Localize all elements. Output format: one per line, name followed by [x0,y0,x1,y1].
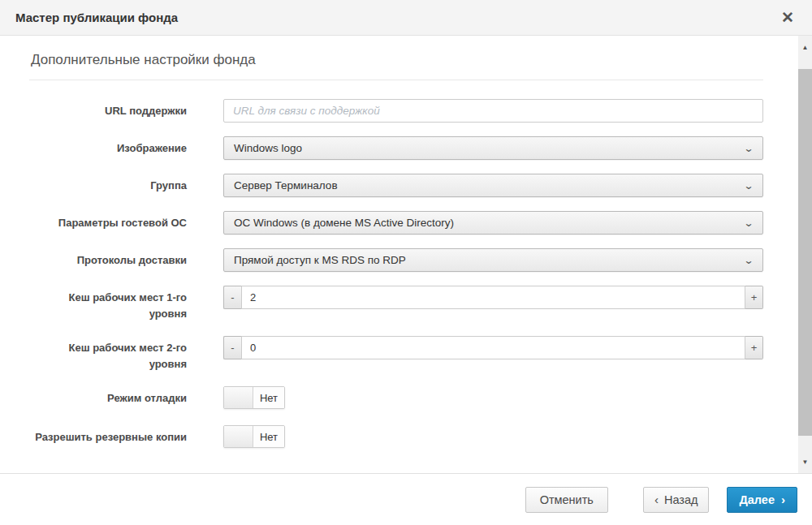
form-row-cache-level1: Кеш рабочих мест 1-го уровня - + [29,286,763,322]
cancel-button-label: Отменить [540,493,594,506]
group-select[interactable]: Сервер Терминалов ⌄ [223,174,763,197]
field-label: Изображение [29,136,187,157]
cache-level1-input[interactable] [241,286,745,309]
field-label: Режим отладки [29,386,187,407]
field-label: URL поддержки [29,99,187,119]
form-row-debug-mode: Режим отладки Нет [29,386,763,411]
image-select[interactable]: Windows logo ⌄ [223,136,763,160]
close-icon[interactable]: ✕ [778,8,797,27]
select-value: Windows logo [234,142,302,154]
field-label: Группа [29,174,187,194]
modal-header: Мастер публикации фонда ✕ [0,0,812,36]
chevron-down-icon: ⌄ [743,256,754,265]
increment-button[interactable]: + [745,286,763,309]
settings-form: URL поддержки Изображение Windows logo ⌄ [29,99,763,450]
decrement-button[interactable]: - [223,336,241,359]
field-label: Кеш рабочих мест 1-го уровня [29,286,187,322]
select-value: Сервер Терминалов [234,179,338,191]
chevron-down-icon: ⌄ [743,181,754,191]
field-label: Разрешить резервные копии [29,425,187,445]
cache-level1-stepper: - + [223,286,763,309]
guest-os-select[interactable]: ОС Windows (в домене MS Active Directory… [223,211,763,235]
increment-button[interactable]: + [745,336,763,359]
form-row-guest-os: Параметры гостевой ОС ОС Windows (в доме… [29,211,763,235]
wizard-modal: Мастер публикации фонда ✕ Дополнительные… [0,0,812,525]
toggle-knob [224,387,253,408]
scrollbar-thumb[interactable] [798,69,812,436]
form-row-cache-level2: Кеш рабочих мест 2-го уровня - + [29,336,763,372]
chevron-down-icon: ⌄ [743,218,754,228]
support-url-input[interactable] [223,99,763,123]
form-row-image: Изображение Windows logo ⌄ [29,136,763,160]
toggle-state-label: Нет [253,426,284,447]
scroll-down-icon[interactable]: ▼ [798,454,812,470]
back-button-label: Назад [664,493,698,506]
back-arrow-icon: ‹ [654,493,659,506]
section-title: Дополнительные настройки фонда [29,49,763,80]
form-row-delivery-protocols: Протоколы доставки Прямой доступ к MS RD… [29,248,763,272]
cache-level2-input[interactable] [241,336,745,359]
chevron-down-icon: ⌄ [743,144,754,153]
select-value: Прямой доступ к MS RDS по RDP [234,254,406,266]
form-row-group: Группа Сервер Терминалов ⌄ [29,174,763,197]
allow-backups-toggle[interactable]: Нет [223,425,285,448]
field-label: Параметры гостевой ОС [29,211,187,231]
form-row-support-url: URL поддержки [29,99,763,123]
decrement-button[interactable]: - [223,286,241,309]
next-button[interactable]: Далее › [727,487,797,513]
next-arrow-icon: › [781,493,785,506]
scroll-up-icon[interactable]: ▲ [798,39,812,55]
modal-body-wrap: Дополнительные настройки фонда URL подде… [0,36,812,474]
vertical-scrollbar[interactable]: ▲ ▼ [798,36,812,473]
field-label: Протоколы доставки [29,248,187,269]
modal-footer: Отменить ‹ Назад Далее › [0,474,812,525]
modal-body: Дополнительные настройки фонда URL подде… [0,36,798,473]
cancel-button[interactable]: Отменить [525,487,608,513]
next-button-label: Далее [739,493,775,506]
toggle-state-label: Нет [253,387,284,408]
cache-level2-stepper: - + [223,336,763,359]
modal-title: Мастер публикации фонда [15,11,178,24]
select-value: ОС Windows (в домене MS Active Directory… [234,217,454,229]
toggle-knob [224,426,253,447]
delivery-protocols-select[interactable]: Прямой доступ к MS RDS по RDP ⌄ [223,248,763,272]
back-button[interactable]: ‹ Назад [643,487,710,513]
form-row-allow-backups: Разрешить резервные копии Нет [29,425,763,450]
debug-mode-toggle[interactable]: Нет [223,386,285,409]
field-label: Кеш рабочих мест 2-го уровня [29,336,187,372]
